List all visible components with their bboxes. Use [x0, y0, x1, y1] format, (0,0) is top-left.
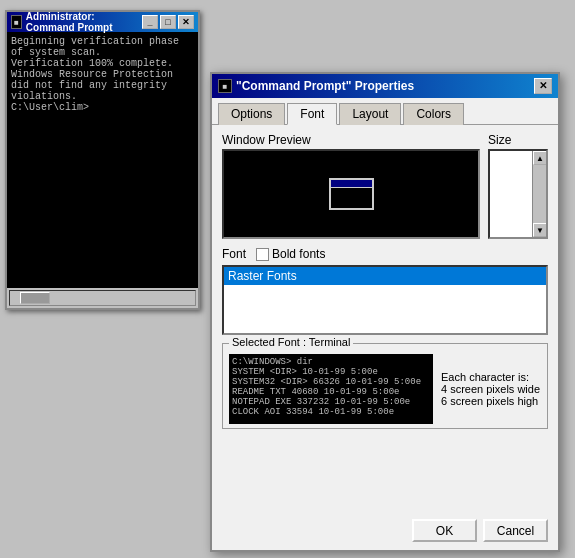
fp-line-6: CLOCK AOI 33594 10-01-99 5:00e [232, 407, 430, 417]
cmd-line-2: Verification 100% complete. [11, 58, 194, 69]
cmd-scrollbar-area [7, 288, 198, 308]
selected-font-title: Selected Font : Terminal [229, 336, 353, 348]
cmd-window: ■ Administrator: Command Prompt _ □ ✕ Be… [5, 10, 200, 310]
fp-line-4: README TXT 40680 10-01-99 5:00e [232, 387, 430, 397]
bold-fonts-check: Bold fonts [256, 247, 325, 261]
selected-font-groupbox: Selected Font : Terminal C:\WINDOWS> dir… [222, 343, 548, 429]
dialog-footer: OK Cancel [412, 519, 548, 542]
dialog-title-text: "Command Prompt" Properties [236, 79, 414, 93]
char-info: Each character is: 4 screen pixels wide … [441, 354, 541, 424]
dialog-close-button[interactable]: ✕ [534, 78, 552, 94]
size-scroll-track: ▲ ▼ [532, 151, 546, 237]
cmd-maximize[interactable]: □ [160, 15, 176, 29]
dialog-content: Window Preview Size ▲ ▼ [212, 125, 558, 443]
cmd-line-1: Beginning verification phase of system s… [11, 36, 194, 58]
size-scroll-down[interactable]: ▼ [533, 223, 547, 237]
properties-dialog: ■ "Command Prompt" Properties ✕ Options … [210, 72, 560, 552]
size-box: Size ▲ ▼ [488, 133, 548, 239]
cmd-controls: _ □ ✕ [142, 15, 194, 29]
size-label: Size [488, 133, 548, 147]
cmd-line-3: Windows Resource Protection did not find… [11, 69, 194, 102]
dialog-icon: ■ [218, 79, 232, 93]
font-list[interactable]: Raster Fonts [222, 265, 548, 335]
preview-size-row: Window Preview Size ▲ ▼ [222, 133, 548, 239]
char-info-label: Each character is: [441, 371, 541, 383]
font-preview-area: C:\WINDOWS> dir SYSTEM <DIR> 10-01-99 5:… [229, 354, 433, 424]
window-preview-label: Window Preview [222, 133, 480, 147]
size-scroll-up[interactable]: ▲ [533, 151, 547, 165]
font-row: Font Bold fonts [222, 247, 548, 261]
cmd-title-bar: ■ Administrator: Command Prompt _ □ ✕ [7, 12, 198, 32]
fp-line-5: NOTEPAD EXE 337232 10-01-99 5:00e [232, 397, 430, 407]
bold-fonts-label: Bold fonts [272, 247, 325, 261]
tab-colors[interactable]: Colors [403, 103, 464, 125]
preview-area [222, 149, 480, 239]
cancel-button[interactable]: Cancel [483, 519, 548, 542]
mini-window [329, 178, 374, 210]
cmd-line-4: C:\User\clim> [11, 102, 194, 113]
ok-button[interactable]: OK [412, 519, 477, 542]
cmd-icon: ■ [11, 15, 22, 29]
bold-fonts-checkbox[interactable] [256, 248, 269, 261]
cmd-minimize[interactable]: _ [142, 15, 158, 29]
mini-body [331, 188, 372, 208]
fp-line-3: SYSTEM32 <DIR> 66326 10-01-99 5:00e [232, 377, 430, 387]
tab-bar: Options Font Layout Colors [212, 98, 558, 125]
cmd-title-text: Administrator: Command Prompt [26, 11, 142, 33]
font-label: Font [222, 247, 246, 261]
cmd-body: Beginning verification phase of system s… [7, 32, 198, 288]
fp-line-2: SYSTEM <DIR> 10-01-99 5:00e [232, 367, 430, 377]
char-width: 4 screen pixels wide [441, 383, 541, 395]
char-height: 6 screen pixels high [441, 395, 541, 407]
mini-title [331, 180, 372, 188]
size-scroll[interactable]: ▲ ▼ [488, 149, 548, 239]
fp-line-1: C:\WINDOWS> dir [232, 357, 430, 367]
cmd-scroll-thumb[interactable] [20, 292, 50, 304]
font-list-item-raster[interactable]: Raster Fonts [224, 267, 546, 285]
tab-font[interactable]: Font [287, 103, 337, 125]
cmd-close[interactable]: ✕ [178, 15, 194, 29]
dialog-title-bar: ■ "Command Prompt" Properties ✕ [212, 74, 558, 98]
cmd-scrollbar[interactable] [9, 290, 196, 306]
tab-options[interactable]: Options [218, 103, 285, 125]
tab-layout[interactable]: Layout [339, 103, 401, 125]
window-preview-box: Window Preview [222, 133, 480, 239]
